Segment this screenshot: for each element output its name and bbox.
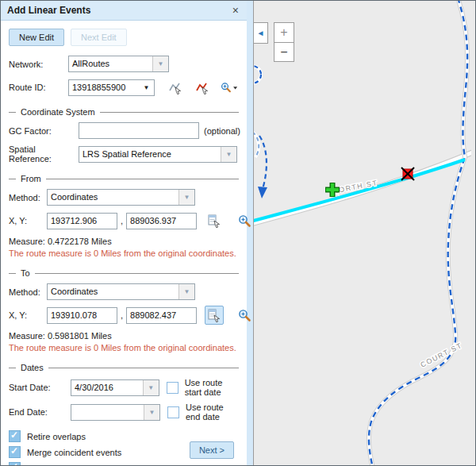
from-method-label: Method: <box>9 193 47 202</box>
optional-note: (optional) <box>204 126 240 136</box>
route-id-row: Route ID: 13918855900 ▼ <box>9 78 239 97</box>
network-row: Network: AllRoutes ▼ <box>9 56 239 72</box>
to-xy-row: X, Y: , <box>9 306 239 325</box>
minus-icon: − <box>280 45 287 60</box>
from-pick-coordinates-icon[interactable] <box>205 211 224 230</box>
map-viewport[interactable]: NORTH ST COURT ST ◄ + − <box>253 1 475 465</box>
collapse-arrow-icon: ◄ <box>257 29 265 37</box>
zoom-in-button[interactable]: + <box>274 22 294 42</box>
collapse-panel-button[interactable]: ◄ <box>254 22 268 44</box>
panel-header: Add Linear Events × <box>1 1 247 21</box>
route-connector-arrowhead <box>258 187 267 198</box>
from-warning-text: The route measure is 0 Miles from the or… <box>9 248 239 258</box>
from-y-input[interactable] <box>126 213 197 229</box>
add-linear-events-panel: Add Linear Events × New Edit Next Edit N… <box>1 1 253 465</box>
start-date-value: 4/30/2016 <box>71 380 143 395</box>
use-route-start-date-checkbox[interactable] <box>167 382 178 394</box>
route-id-label: Route ID: <box>9 83 68 92</box>
from-xy-row: X, Y: , <box>9 211 239 230</box>
end-date-label: End Date: <box>9 407 71 417</box>
network-route-dashed-line <box>369 1 467 465</box>
select-route-on-map-icon[interactable] <box>166 78 185 97</box>
from-zoom-icon[interactable] <box>235 211 254 230</box>
to-zoom-icon[interactable] <box>235 306 254 325</box>
retire-overlaps-checkbox[interactable] <box>9 430 21 442</box>
to-xy-label: X, Y: <box>9 310 47 320</box>
prevent-measures-checkbox[interactable] <box>9 462 21 466</box>
to-legend: To <box>9 268 239 278</box>
zoom-to-route-icon[interactable] <box>220 78 239 97</box>
road-casing-court-st <box>369 1 467 465</box>
option-row-prevent-measures: Prevent measures not on route <box>9 462 239 466</box>
retire-overlaps-label: Retire overlaps <box>27 432 86 441</box>
to-pick-coordinates-icon[interactable] <box>205 306 224 325</box>
from-method-value: Coordinates <box>48 190 178 205</box>
from-method-select[interactable]: Coordinates ▼ <box>47 189 195 206</box>
chevron-down-icon[interactable]: ▼ <box>221 147 236 162</box>
gc-factor-input[interactable] <box>79 122 199 139</box>
select-route-red-icon[interactable] <box>193 78 212 97</box>
gc-factor-row: GC Factor: (optional) <box>9 122 239 139</box>
prevent-measures-label: Prevent measures not on route <box>27 464 147 466</box>
chevron-down-icon[interactable]: ▼ <box>178 284 194 299</box>
coordinate-system-legend: Coordinate System <box>9 107 239 117</box>
to-method-label: Method: <box>9 287 47 297</box>
close-icon[interactable]: × <box>231 5 240 16</box>
route-id-combobox[interactable]: 13918855900 ▼ <box>68 79 155 96</box>
plus-icon: + <box>280 25 287 40</box>
start-date-label: Start Date: <box>9 383 71 392</box>
app-window: Add Linear Events × New Edit Next Edit N… <box>0 0 476 466</box>
to-x-input[interactable] <box>47 307 117 324</box>
end-date-select[interactable]: ▼ <box>71 404 160 421</box>
to-method-row: Method: Coordinates ▼ <box>9 283 239 300</box>
edit-toolbar: New Edit Next Edit <box>9 29 239 46</box>
xy-separator: , <box>121 310 123 320</box>
start-date-select[interactable]: 4/30/2016 ▼ <box>71 379 159 396</box>
spatial-reference-row: Spatial Reference: LRS Spatial Reference… <box>9 144 239 164</box>
from-legend: From <box>9 174 239 183</box>
network-select[interactable]: AllRoutes ▼ <box>68 56 169 72</box>
chevron-down-icon[interactable]: ▼ <box>178 190 194 205</box>
network-value: AllRoutes <box>69 56 152 71</box>
panel-body: New Edit Next Edit Network: AllRoutes ▼ … <box>1 21 247 466</box>
panel-title: Add Linear Events <box>7 5 90 16</box>
to-y-input[interactable] <box>126 307 197 324</box>
option-row-retire-overlaps: Retire overlaps <box>9 430 239 442</box>
to-method-select[interactable]: Coordinates ▼ <box>47 283 195 300</box>
to-measure-text: Measure: 0.5981801 Miles <box>9 331 239 341</box>
from-measure-text: Measure: 0.4722178 Miles <box>9 237 239 246</box>
road-fill-court-st <box>369 1 467 465</box>
next-button[interactable]: Next > <box>190 441 234 459</box>
start-date-row: Start Date: 4/30/2016 ▼ Use route start … <box>9 378 239 397</box>
spatial-reference-value: LRS Spatial Reference <box>79 147 221 162</box>
spatial-reference-select[interactable]: LRS Spatial Reference ▼ <box>79 146 237 163</box>
chevron-down-icon[interactable]: ▼ <box>143 380 159 395</box>
dates-legend: Dates <box>9 363 239 372</box>
spatial-reference-label: Spatial Reference: <box>9 144 79 164</box>
end-date-row: End Date: ▼ Use route end date <box>9 402 239 422</box>
route-id-value: 13918855900 <box>69 80 139 95</box>
gc-factor-label: GC Factor: <box>9 126 79 136</box>
new-edit-button[interactable]: New Edit <box>9 29 64 46</box>
from-xy-label: X, Y: <box>9 216 47 225</box>
highlighted-route-line <box>254 160 465 221</box>
merge-coincident-events-label: Merge coincident events <box>27 448 121 457</box>
xy-separator: , <box>121 216 123 225</box>
chevron-down-icon[interactable]: ▼ <box>139 80 154 95</box>
to-method-value: Coordinates <box>48 284 178 299</box>
route-connector-dashed <box>259 136 267 189</box>
network-label: Network: <box>9 60 68 69</box>
chevron-down-icon[interactable]: ▼ <box>144 405 159 420</box>
end-date-value <box>71 405 144 420</box>
map-layer: NORTH ST COURT ST <box>254 1 471 465</box>
map-zoom-control: + − <box>274 22 294 62</box>
merge-coincident-events-checkbox[interactable] <box>9 446 21 458</box>
to-warning-text: The route measure is 0 Miles from the or… <box>9 343 239 352</box>
zoom-out-button[interactable]: − <box>274 42 294 62</box>
use-route-end-date-label: Use route end date <box>186 402 239 422</box>
use-route-end-date-checkbox[interactable] <box>167 406 179 418</box>
use-route-start-date-label: Use route start date <box>185 378 239 397</box>
next-edit-button[interactable]: Next Edit <box>71 29 127 46</box>
from-x-input[interactable] <box>47 213 117 229</box>
chevron-down-icon[interactable]: ▼ <box>152 56 168 71</box>
